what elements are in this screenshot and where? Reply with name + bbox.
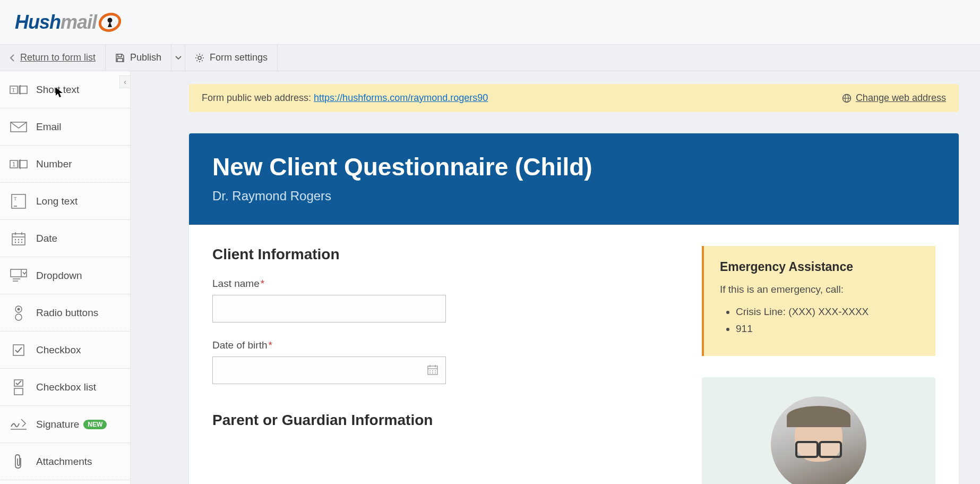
field-dropdown[interactable]: Dropdown [0, 257, 130, 294]
public-url-link[interactable]: https://hushforms.com/raymond.rogers90 [314, 92, 488, 103]
checkbox-icon [8, 340, 29, 360]
field-label: Email [36, 121, 62, 133]
svg-point-23 [18, 241, 19, 242]
paperclip-icon [8, 452, 29, 472]
sidebar-collapse-button[interactable]: ‹ [119, 75, 130, 88]
svg-point-30 [18, 308, 20, 310]
field-date[interactable]: Date [0, 220, 130, 257]
new-badge: NEW [83, 420, 107, 429]
field-block-dob[interactable]: Date of birth* [212, 339, 675, 384]
field-block-lastname[interactable]: Last name* [212, 278, 675, 322]
field-label: Short text [36, 84, 79, 96]
field-checkbox-list[interactable]: Checkbox list [0, 369, 130, 406]
svg-point-48 [435, 372, 436, 373]
settings-label: Form settings [210, 52, 268, 63]
field-label: Signature [36, 419, 79, 430]
svg-text:1: 1 [12, 161, 15, 167]
field-label: Long text [36, 196, 78, 207]
app-header: Hushmail [0, 0, 980, 45]
field-signature[interactable]: Signature NEW [0, 406, 130, 443]
avatar-card[interactable] [702, 377, 935, 484]
return-label: Return to form list [20, 52, 96, 63]
required-marker: * [269, 339, 272, 351]
number-icon: 1 [8, 154, 29, 174]
notice-prefix: Form public web address: [202, 92, 314, 103]
chevron-down-icon [175, 56, 182, 60]
section-guardian-info[interactable]: Parent or Guardian Information [212, 412, 675, 429]
checkbox-list-icon [8, 377, 29, 397]
globe-icon [842, 94, 852, 103]
svg-point-21 [21, 239, 22, 240]
form-body: Client Information Last name* Date of bi… [189, 225, 959, 484]
svg-point-20 [18, 239, 19, 240]
field-attachments[interactable]: Attachments [0, 443, 130, 480]
callout-title: Emergency Assistance [720, 260, 919, 274]
notice-left: Form public web address: https://hushfor… [202, 92, 488, 104]
field-label: Radio buttons [36, 307, 98, 319]
field-radio[interactable]: Radio buttons [0, 294, 130, 332]
public-url-notice: Form public web address: https://hushfor… [189, 84, 959, 112]
required-marker: * [261, 278, 264, 289]
svg-point-43 [429, 370, 431, 371]
field-label: Checkbox list [36, 381, 96, 393]
svg-point-19 [15, 239, 16, 240]
dob-input[interactable] [212, 356, 446, 384]
field-email[interactable]: Email [0, 108, 130, 146]
field-checkbox[interactable]: Checkbox [0, 332, 130, 369]
logo-keyhole-icon [99, 11, 121, 33]
logo-text-mail: mail [61, 11, 97, 33]
field-long-text[interactable]: T Long text [0, 183, 130, 220]
svg-point-24 [21, 241, 22, 242]
callout-intro: If this is an emergency, call: [720, 284, 919, 295]
callout-item: Crisis Line: (XXX) XXX-XXXX [736, 306, 919, 318]
callout-item: 911 [736, 323, 919, 335]
chevron-left-icon: ‹ [124, 78, 126, 86]
publish-dropdown[interactable] [171, 45, 185, 71]
field-short-text[interactable]: T Short text [0, 71, 130, 108]
notice-right: Change web address [842, 92, 946, 104]
lastname-input[interactable] [212, 295, 446, 322]
field-number[interactable]: 1 Number [0, 146, 130, 183]
form-settings-button[interactable]: Form settings [185, 45, 278, 71]
form-preview: New Client Questionnaire (Child) Dr. Ray… [189, 133, 959, 484]
save-icon [115, 53, 125, 63]
field-label: Date [36, 233, 57, 244]
svg-rect-32 [13, 345, 24, 355]
return-to-list-link[interactable]: Return to form list [0, 45, 106, 71]
content-area: ‹ T Short text Email 1 Number T [0, 71, 980, 484]
publish-button[interactable]: Publish [106, 45, 171, 71]
svg-point-31 [15, 314, 22, 320]
short-text-icon: T [8, 80, 29, 100]
svg-rect-34 [14, 388, 23, 395]
toolbar: Return to form list Publish Form setting… [0, 45, 980, 71]
radio-icon [8, 303, 29, 323]
svg-point-44 [432, 370, 433, 371]
dob-label: Date of birth* [212, 339, 675, 351]
form-canvas: Form public web address: https://hushfor… [131, 71, 980, 484]
field-label: Number [36, 158, 72, 170]
form-title: New Client Questionnaire (Child) [212, 152, 935, 181]
lastname-label: Last name* [212, 278, 675, 290]
callout-list: Crisis Line: (XXX) XXX-XXXX 911 [720, 306, 919, 335]
svg-rect-25 [11, 269, 27, 277]
svg-text:T: T [12, 87, 15, 93]
svg-point-45 [435, 370, 436, 371]
email-icon [8, 117, 29, 137]
calendar-icon[interactable] [427, 364, 439, 376]
emergency-callout[interactable]: Emergency Assistance If this is an emerg… [702, 246, 935, 356]
signature-icon [8, 414, 29, 435]
svg-text:T: T [14, 196, 17, 201]
publish-label: Publish [130, 52, 161, 63]
field-label: Attachments [36, 456, 92, 468]
change-address-link[interactable]: Change web address [856, 92, 946, 104]
avatar-image [771, 396, 866, 484]
form-header[interactable]: New Client Questionnaire (Child) Dr. Ray… [189, 133, 959, 225]
calendar-icon [8, 228, 29, 249]
gear-icon [195, 53, 204, 63]
chevron-left-icon [10, 54, 15, 62]
svg-point-2 [198, 56, 201, 60]
section-client-info[interactable]: Client Information [212, 246, 675, 263]
long-text-icon: T [8, 191, 29, 211]
form-left-column: Client Information Last name* Date of bi… [212, 246, 675, 484]
logo[interactable]: Hushmail [15, 11, 121, 33]
